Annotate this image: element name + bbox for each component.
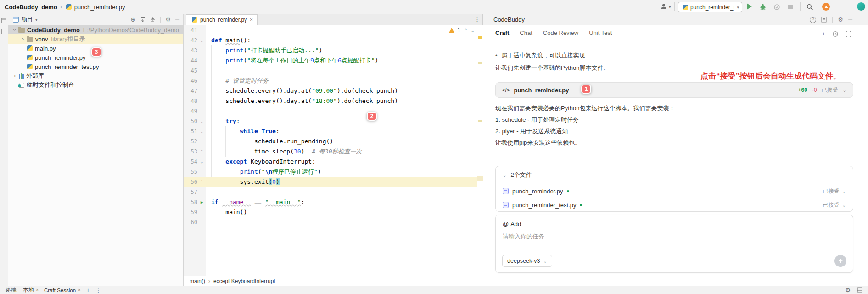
code-line-56[interactable]: 56⌃ sys.exit(0) [184, 177, 477, 187]
breadcrumb-project[interactable]: CodeBuddy_demo [5, 4, 57, 11]
code-line-55[interactable]: 55 print("\n程序已停止运行") [184, 167, 477, 177]
tab-unit-test[interactable]: Unit Test [589, 29, 612, 40]
code-line-44[interactable]: 44 print("将在每个工作日的上午9点和下午6点提醒打卡") [184, 56, 477, 66]
hide-codebuddy-panel-icon[interactable]: ─ [848, 17, 852, 23]
code-line-53[interactable]: 53⌃ time.sleep(30) # 每30秒检查一次 [184, 147, 477, 157]
tab-close-icon[interactable]: × [250, 17, 253, 23]
editor-options-kebab-icon[interactable]: ⋮ [474, 16, 480, 23]
code-line-59[interactable]: 59 main() [184, 207, 477, 217]
stop-button[interactable] [786, 3, 795, 11]
fold-marker-icon[interactable]: ⌄ [197, 157, 206, 167]
generated-file-card[interactable]: </> punch_reminder.py +60 -0 已接受 ⌄ [495, 82, 853, 98]
user-dropdown-caret[interactable]: ▾ [669, 5, 671, 9]
code-editor[interactable]: 4142⌄def main():43 print("打卡提醒助手已启动...")… [184, 25, 483, 276]
fold-marker-icon[interactable]: ⌄ [197, 126, 206, 136]
tool-stripe-structure-icon[interactable] [1, 29, 6, 34]
project-settings-gear-icon[interactable]: ⚙ [165, 17, 171, 23]
changelog-icon[interactable] [821, 17, 827, 23]
breadcrumb-file[interactable]: punch_reminder.py [74, 4, 125, 11]
tab-craft[interactable]: Craft [495, 29, 509, 40]
code-line-41[interactable]: 41 [184, 25, 477, 35]
run-button[interactable] [747, 3, 752, 10]
collapse-all-icon[interactable] [150, 17, 156, 23]
code-line-52[interactable]: 52 schedule.run_pending() [184, 136, 477, 147]
tab-code-review[interactable]: Code Review [543, 29, 578, 40]
terminal-options-kebab-icon[interactable]: ⋮ [95, 287, 101, 293]
task-input-card[interactable]: @ Add 请输入你的任务 deepseek-v3 ⌄ [495, 215, 853, 273]
task-input-placeholder[interactable]: 请输入你的任务 [503, 232, 544, 241]
tree-chevron-icon[interactable]: › [11, 27, 18, 33]
run-with-coverage-button[interactable] [773, 3, 781, 11]
code-line-58[interactable]: 58▶if __name__ == "__main__": [184, 197, 477, 207]
fold-marker-icon[interactable]: ⌃ [197, 177, 206, 187]
expand-all-icon[interactable] [140, 17, 146, 23]
breadcrumb-except[interactable]: except KeyboardInterrupt [213, 278, 275, 284]
prev-warning-icon[interactable]: ⌃ [464, 28, 467, 33]
update-notification-icon[interactable] [822, 3, 830, 11]
codebuddy-plugin-icon[interactable] [857, 2, 865, 11]
expand-panel-icon[interactable] [846, 31, 851, 37]
editor-tab-punch-reminder[interactable]: punch_reminder.py × [186, 14, 258, 25]
chevron-down-icon[interactable]: ⌄ [843, 88, 846, 93]
code-line-51[interactable]: 51⌄ while True: [184, 126, 477, 136]
close-icon[interactable]: × [36, 288, 39, 293]
tree-item-punch-reminder-test-py[interactable]: punch_reminder_test.py [8, 62, 183, 71]
tree-chevron-icon[interactable]: › [20, 36, 26, 42]
code-line-45[interactable]: 45 [184, 66, 477, 76]
accepted-status-label[interactable]: 已接受 [823, 201, 840, 209]
file-row-punch-reminder-test-py[interactable]: punch_reminder_test.py已接受⌄ [496, 198, 853, 212]
chevron-down-icon[interactable]: ⌄ [842, 203, 846, 208]
history-icon[interactable] [832, 31, 839, 37]
project-panel-title[interactable]: 项目 [22, 16, 33, 23]
accepted-status-label[interactable]: 已接受 [822, 86, 838, 94]
run-gutter-icon[interactable]: ▶ [197, 197, 206, 207]
fold-marker-icon[interactable]: ⌄ [197, 116, 206, 126]
locate-file-icon[interactable]: ⊕ [130, 17, 135, 23]
code-line-46[interactable]: 46 # 设置定时任务 [184, 76, 477, 86]
new-terminal-plus-icon[interactable]: + [86, 287, 90, 293]
tree-item--[interactable]: ›外部库 [8, 71, 183, 80]
search-everywhere-icon[interactable] [806, 3, 814, 11]
code-line-48[interactable]: 48 schedule.every().day.at("18:00").do(c… [184, 96, 477, 106]
code-line-49[interactable]: 49 [184, 106, 477, 116]
code-line-47[interactable]: 47 schedule.every().day.at("09:00").do(c… [184, 86, 477, 96]
editor-scrollbar[interactable] [477, 25, 483, 276]
code-line-50[interactable]: 50⌄ try: [184, 116, 477, 126]
code-line-54[interactable]: 54⌄ except KeyboardInterrupt: [184, 157, 477, 167]
next-warning-icon[interactable]: ⌄ [471, 28, 475, 33]
breadcrumb-main[interactable]: main() [190, 278, 205, 284]
new-session-plus-icon[interactable]: + [822, 31, 825, 37]
model-select-dropdown[interactable]: deepseek-v3 ⌄ [502, 255, 552, 267]
hide-panel-icon[interactable]: ─ [175, 17, 179, 23]
tree-chevron-icon[interactable]: › [12, 73, 17, 79]
tree-item--[interactable]: 临时文件和控制台 [8, 80, 183, 90]
code-line-43[interactable]: 43 print("打卡提醒助手已启动...") [184, 45, 477, 56]
add-context-button[interactable]: @ Add [503, 220, 521, 227]
layout-icon[interactable] [857, 287, 862, 293]
terminal-tab-craft-session[interactable]: Craft Session× [44, 288, 81, 293]
debug-button[interactable] [759, 3, 767, 11]
accepted-status-label[interactable]: 已接受 [823, 187, 840, 195]
file-row-punch-reminder-py[interactable]: punch_reminder.py已接受⌄ [496, 184, 853, 198]
inspections-widget[interactable]: 1 ⌃ ⌄ [449, 27, 475, 34]
run-configuration-select[interactable]: punch_reminder_test ▾ [678, 2, 742, 12]
send-button[interactable] [834, 255, 846, 267]
files-summary-header[interactable]: ⌄ 2个文件 [496, 166, 853, 184]
close-icon[interactable]: × [78, 288, 81, 293]
code-line-42[interactable]: 42⌄def main(): [184, 35, 477, 45]
user-account-icon[interactable] [661, 3, 667, 10]
tree-item-codebuddy-demo[interactable]: ›CodeBuddy_demoE:\PythonDemos\CodeBuddy_… [8, 25, 183, 34]
tree-item-venv[interactable]: ›venvlibrary根目录 [8, 34, 183, 44]
tab-chat[interactable]: Chat [520, 29, 532, 40]
project-view-caret[interactable]: ▾ [35, 17, 38, 22]
code-line-57[interactable]: 57 [184, 187, 477, 197]
terminal-tab-local[interactable]: 本地× [23, 287, 39, 294]
code-line-60[interactable]: 60 [184, 217, 477, 227]
fold-marker-icon[interactable]: ⌄ [197, 35, 206, 45]
help-icon[interactable]: ? [810, 17, 816, 23]
settings-gear-icon[interactable]: ⚙ [845, 287, 851, 293]
chevron-down-icon[interactable]: ⌄ [842, 189, 846, 194]
tool-stripe-project-icon[interactable] [1, 18, 6, 23]
fold-marker-icon[interactable]: ⌃ [197, 147, 206, 157]
codebuddy-settings-gear-icon[interactable]: ⚙ [838, 17, 843, 23]
